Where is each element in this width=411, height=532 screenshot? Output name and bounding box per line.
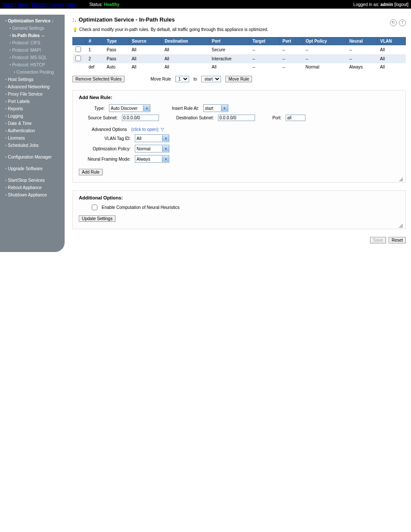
sidebar-item[interactable]: Protocol: CIFS bbox=[0, 39, 65, 47]
sidebar-item[interactable]: Port Labels bbox=[0, 98, 65, 105]
sidebar-item[interactable]: In-Path Rules ↔ bbox=[0, 32, 65, 39]
save-button[interactable]: Save bbox=[370, 237, 386, 243]
sidebar: Optimization Service ↓General SettingsIn… bbox=[0, 15, 65, 252]
sidebar-item[interactable]: General Settings bbox=[0, 25, 65, 32]
current-user: admin bbox=[380, 2, 393, 7]
triangle-down-icon: ▽ bbox=[161, 127, 164, 132]
reset-button[interactable]: Reset bbox=[389, 237, 406, 243]
sidebar-item[interactable]: Connection Pooling bbox=[0, 68, 65, 76]
column-header: VLAN bbox=[377, 37, 405, 45]
nav-setup[interactable]: Setup bbox=[17, 2, 28, 7]
logout-link[interactable]: logout bbox=[395, 2, 407, 7]
status-value: Healthy bbox=[104, 2, 119, 7]
enable-neural-heuristics-checkbox[interactable] bbox=[92, 205, 97, 210]
main-content: :. Optimization Service - In-Path Rules … bbox=[65, 15, 411, 252]
type-select[interactable]: ▾ bbox=[109, 104, 150, 112]
add-rule-panel: Add New Rule: Type: ▾ Insert Rule At: ▾ … bbox=[72, 90, 406, 183]
table-row: defAutoAllAllAll----NormalAlwaysAll bbox=[73, 63, 406, 71]
page-description: 💡Check and modify your in-path rules. By… bbox=[72, 27, 406, 32]
chevron-down-icon: ▾ bbox=[162, 146, 169, 152]
port-input[interactable] bbox=[286, 115, 305, 121]
page-title: :. Optimization Service - In-Path Rules bbox=[72, 16, 406, 23]
table-row: 1PassAllAllSecure--------All bbox=[73, 45, 406, 55]
destination-subnet-input[interactable] bbox=[218, 115, 255, 121]
column-header: Neural bbox=[346, 37, 377, 45]
sidebar-item[interactable]: Start/Stop Services bbox=[0, 177, 65, 184]
sidebar-item[interactable]: Protocol: MAPI bbox=[0, 47, 65, 54]
column-header: Opt Policy bbox=[303, 37, 346, 45]
column-header: Type bbox=[104, 37, 129, 45]
column-header: # bbox=[86, 37, 104, 45]
sidebar-item[interactable]: Authentication bbox=[0, 127, 65, 134]
sidebar-item[interactable]: Advanced Networking bbox=[0, 83, 65, 90]
column-header: Target bbox=[250, 37, 280, 45]
nav-home[interactable]: Home bbox=[3, 2, 14, 7]
row-select-checkbox[interactable] bbox=[75, 56, 81, 61]
sidebar-item[interactable]: Reports bbox=[0, 105, 65, 112]
insert-at-select[interactable]: ▾ bbox=[203, 104, 228, 112]
sidebar-item[interactable]: Proxy File Service bbox=[0, 90, 65, 98]
remove-selected-button[interactable]: Remove Selected Rules bbox=[72, 76, 125, 82]
add-rule-title: Add New Rule: bbox=[79, 95, 399, 100]
sidebar-item[interactable]: Date & Time bbox=[0, 120, 65, 127]
vlan-select[interactable]: ▾ bbox=[135, 134, 169, 142]
status: Status: Healthy bbox=[89, 2, 119, 7]
move-rule-position-select[interactable]: start bbox=[201, 76, 221, 82]
nav-reports[interactable]: Reports bbox=[31, 2, 46, 7]
top-nav-bar: Home:Setup:Reports:Logging:Help Status: … bbox=[0, 0, 411, 9]
rules-toolbar: Remove Selected Rules Move Rule 1 to sta… bbox=[72, 76, 406, 82]
footer-buttons: Save Reset bbox=[72, 237, 406, 243]
sidebar-item[interactable]: Protocol: HSTCP bbox=[0, 61, 65, 68]
table-row: 2PassAllAllInteractive--------All bbox=[73, 54, 406, 63]
sidebar-item[interactable]: Shutdown Appliance bbox=[0, 191, 65, 199]
rules-table: #TypeSourceDestinationPortTargetPortOpt … bbox=[72, 37, 406, 71]
additional-options-panel: Additional Options: Enable Computation o… bbox=[72, 190, 406, 229]
sidebar-item[interactable]: Configuration Manager bbox=[0, 153, 65, 161]
row-select-checkbox[interactable] bbox=[75, 47, 81, 52]
sidebar-item[interactable]: Protocol: MS-SQL bbox=[0, 54, 65, 61]
sidebar-item[interactable]: Reboot Appliance bbox=[0, 184, 65, 191]
nav-help[interactable]: Help bbox=[68, 2, 77, 7]
column-header: Destination bbox=[162, 37, 209, 45]
move-rule-button[interactable]: Move Rule bbox=[225, 76, 252, 82]
sidebar-item[interactable]: Licenses bbox=[0, 134, 65, 142]
sidebar-item[interactable]: Optimization Service ↓ bbox=[0, 17, 65, 25]
chevron-down-icon: ▾ bbox=[143, 105, 150, 111]
column-header: Port bbox=[209, 37, 249, 45]
nav-logging[interactable]: Logging bbox=[49, 2, 65, 7]
column-header: Port bbox=[280, 37, 303, 45]
help-icon[interactable]: ? bbox=[399, 19, 406, 26]
sidebar-item[interactable]: Logging bbox=[0, 112, 65, 120]
source-subnet-input[interactable] bbox=[122, 115, 159, 121]
chevron-down-icon: ▾ bbox=[221, 105, 228, 111]
login-info: Logged in as: admin [logout] bbox=[353, 2, 408, 7]
optimization-policy-select[interactable]: ▾ bbox=[135, 145, 169, 152]
advanced-options-toggle[interactable]: (click to open): ▽ bbox=[131, 127, 164, 132]
chevron-down-icon: ▾ bbox=[162, 156, 169, 162]
sidebar-item[interactable]: Scheduled Jobs bbox=[0, 142, 65, 149]
sidebar-item[interactable]: Upgrade Software bbox=[0, 165, 65, 172]
sidebar-item[interactable]: Host Settings bbox=[0, 76, 65, 83]
update-settings-button[interactable]: Update Settings bbox=[79, 215, 115, 222]
column-header: Source bbox=[129, 37, 162, 45]
refresh-icon[interactable]: ↻ bbox=[390, 19, 397, 26]
move-rule-number-select[interactable]: 1 bbox=[175, 76, 189, 82]
chevron-down-icon: ▾ bbox=[162, 135, 169, 141]
lightbulb-icon: 💡 bbox=[72, 27, 78, 32]
add-rule-button[interactable]: Add Rule bbox=[79, 169, 103, 175]
enable-neural-heuristics-label: Enable Computation of Neural Heuristics bbox=[102, 205, 180, 210]
additional-options-title: Additional Options: bbox=[79, 195, 399, 200]
move-rule-label: Move Rule bbox=[150, 77, 171, 81]
neural-framing-select[interactable]: ▾ bbox=[135, 155, 169, 163]
